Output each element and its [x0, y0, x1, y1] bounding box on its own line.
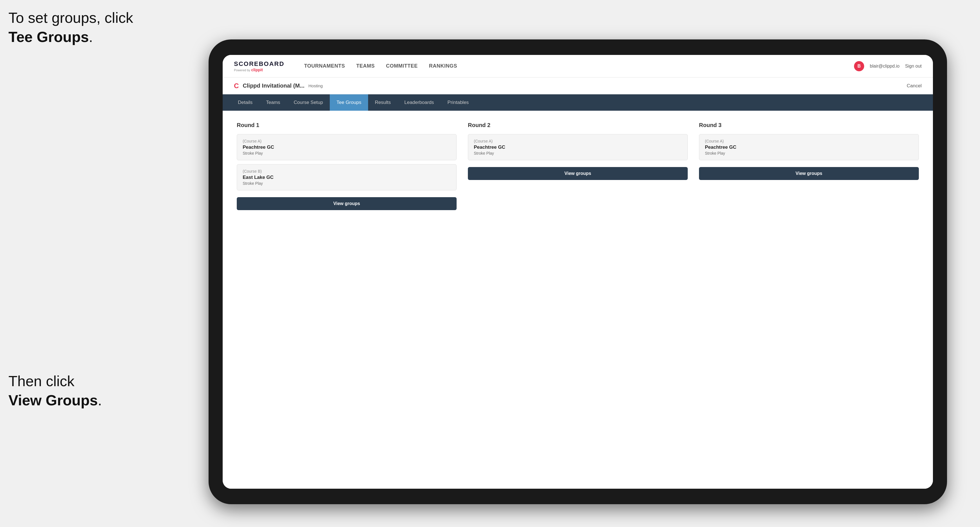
nav-links: TOURNAMENTS TEAMS COMMITTEE RANKINGS — [304, 63, 840, 69]
round-1-course-b-format: Stroke Play — [243, 181, 451, 186]
round-1-title: Round 1 — [237, 122, 457, 129]
tab-details[interactable]: Details — [231, 94, 259, 111]
nav-right: B blair@clippd.io Sign out — [854, 61, 922, 71]
round-3-course-a-name: Peachtree GC — [705, 144, 913, 150]
instruction-top-period: . — [89, 29, 93, 45]
instruction-top-bold: Tee Groups — [8, 29, 89, 45]
round-2-course-a-name: Peachtree GC — [474, 144, 682, 150]
cancel-button[interactable]: Cancel — [907, 83, 922, 89]
tab-leaderboards[interactable]: Leaderboards — [398, 94, 441, 111]
logo-area: SCOREBOARD Powered by clippit — [234, 60, 285, 72]
round-1-course-a-label: (Course A) — [243, 139, 451, 143]
round-1-course-a-name: Peachtree GC — [243, 144, 451, 150]
round-3-course-a-format: Stroke Play — [705, 151, 913, 156]
instruction-bottom-line1: Then click — [8, 373, 75, 389]
round-1-course-b-label: (Course B) — [243, 169, 451, 173]
round-1-course-a-format: Stroke Play — [243, 151, 451, 156]
logo-text: SCOREBOARD — [234, 60, 285, 68]
round-2-course-a-card: (Course A) Peachtree GC Stroke Play — [468, 134, 688, 160]
tab-tee-groups[interactable]: Tee Groups — [330, 94, 368, 111]
round-2-course-a-format: Stroke Play — [474, 151, 682, 156]
sign-out-link[interactable]: Sign out — [905, 63, 922, 69]
round-1-course-b-name: East Lake GC — [243, 175, 451, 180]
nav-committee[interactable]: COMMITTEE — [386, 63, 418, 69]
nav-tournaments[interactable]: TOURNAMENTS — [304, 63, 345, 69]
instruction-top: To set groups, click Tee Groups. — [8, 8, 133, 46]
round-2-view-groups-button[interactable]: View groups — [468, 167, 688, 180]
round-3-column: Round 3 (Course A) Peachtree GC Stroke P… — [699, 122, 919, 210]
rounds-container: Round 1 (Course A) Peachtree GC Stroke P… — [237, 122, 919, 210]
round-1-column: Round 1 (Course A) Peachtree GC Stroke P… — [237, 122, 457, 210]
tablet-screen: SCOREBOARD Powered by clippit TOURNAMENT… — [223, 55, 933, 489]
round-1-course-a-card: (Course A) Peachtree GC Stroke Play — [237, 134, 457, 160]
hosting-badge: Hosting — [309, 83, 323, 88]
logo-sub: Powered by clippit — [234, 68, 285, 72]
round-3-title: Round 3 — [699, 122, 919, 129]
main-content: Round 1 (Course A) Peachtree GC Stroke P… — [223, 111, 933, 489]
round-1-view-groups-button[interactable]: View groups — [237, 197, 457, 210]
round-3-view-groups-button[interactable]: View groups — [699, 167, 919, 180]
round-3-course-a-label: (Course A) — [705, 139, 913, 143]
round-1-course-b-card: (Course B) East Lake GC Stroke Play — [237, 164, 457, 190]
round-3-course-a-card: (Course A) Peachtree GC Stroke Play — [699, 134, 919, 160]
nav-teams[interactable]: TEAMS — [356, 63, 375, 69]
sub-header: C Clippd Invitational (M... Hosting Canc… — [223, 78, 933, 94]
tournament-name: Clippd Invitational (M... — [243, 83, 304, 89]
instruction-bottom: Then click View Groups. — [8, 372, 102, 410]
tab-results[interactable]: Results — [368, 94, 398, 111]
tab-printables[interactable]: Printables — [441, 94, 476, 111]
tab-teams[interactable]: Teams — [259, 94, 287, 111]
round-2-column: Round 2 (Course A) Peachtree GC Stroke P… — [468, 122, 688, 210]
tablet-device: SCOREBOARD Powered by clippit TOURNAMENT… — [208, 40, 947, 504]
round-2-title: Round 2 — [468, 122, 688, 129]
user-avatar: B — [854, 61, 864, 71]
user-email: blair@clippd.io — [870, 63, 899, 69]
tab-bar: Details Teams Course Setup Tee Groups Re… — [223, 94, 933, 111]
tab-course-setup[interactable]: Course Setup — [287, 94, 330, 111]
nav-rankings[interactable]: RANKINGS — [429, 63, 457, 69]
logo-c-icon: clippit — [251, 68, 262, 72]
round-2-course-a-label: (Course A) — [474, 139, 682, 143]
instruction-top-line1: To set groups, click — [8, 10, 133, 26]
top-nav: SCOREBOARD Powered by clippit TOURNAMENT… — [223, 55, 933, 78]
instruction-bottom-bold: View Groups — [8, 392, 98, 408]
sub-header-left: C Clippd Invitational (M... Hosting — [234, 82, 323, 90]
instruction-bottom-period: . — [98, 392, 102, 408]
clippd-c-logo: C — [234, 82, 239, 90]
